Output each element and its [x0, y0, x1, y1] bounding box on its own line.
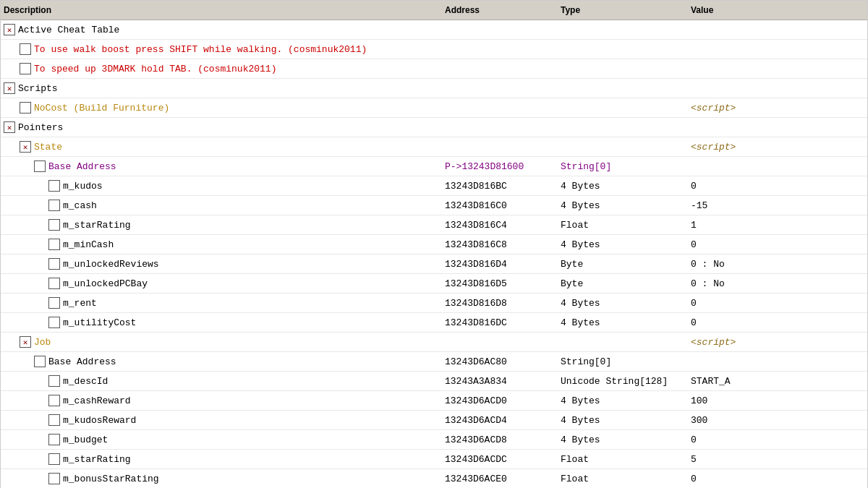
table-row[interactable]: Job<script>: [1, 333, 867, 352]
checkbox-active-cheat-table[interactable]: [4, 24, 15, 35]
addr-m-cash-reward: 13243D6ACD0: [445, 395, 561, 406]
table-row[interactable]: To speed up 3DMARK hold TAB. (cosminuk20…: [1, 59, 867, 79]
value-m-star-rating: 1: [691, 220, 864, 231]
table-row[interactable]: NoCost (Build Furniture)<script>: [1, 98, 867, 118]
checkbox-m-kudos[interactable]: [48, 180, 60, 192]
value-m-min-cash: 0: [691, 239, 864, 250]
table-row[interactable]: m_kudosReward13243D6ACD44 Bytes300: [1, 411, 867, 430]
table-row[interactable]: m_cashReward13243D6ACD04 Bytes100: [1, 391, 867, 411]
label-m-unlocked-reviews: m_unlockedReviews: [63, 259, 159, 270]
checkbox-m-unlocked-reviews[interactable]: [48, 258, 60, 270]
table-row[interactable]: Active Cheat Table: [1, 20, 867, 40]
value-m-budget: 0: [691, 435, 864, 445]
type-m-desc-id: Unicode String[128]: [561, 376, 691, 387]
checkbox-pointers[interactable]: [4, 121, 15, 133]
checkbox-m-bonus-star-rating[interactable]: [48, 473, 60, 484]
table-row[interactable]: m_kudos13243D816BC4 Bytes0: [1, 176, 867, 196]
table-row[interactable]: Base Address13243D6AC80String[0]: [1, 352, 867, 372]
table-row[interactable]: m_minCash13243D816C84 Bytes0: [1, 235, 867, 254]
label-m-cash: m_cash: [63, 200, 97, 211]
label-m-kudos: m_kudos: [63, 181, 103, 192]
addr-m-unlocked-pcbay: 13243D816D5: [445, 278, 561, 289]
addr-m-rent: 13243D816D8: [445, 298, 561, 309]
table-row[interactable]: m_descId13243A3A834Unicode String[128]ST…: [1, 372, 867, 391]
table-row[interactable]: m_unlockedPCBay13243D816D5Byte0 : No: [1, 274, 867, 294]
col-name-m-kudos: m_kudos: [4, 180, 445, 192]
table-row[interactable]: m_rent13243D816D84 Bytes0: [1, 294, 867, 313]
addr-m-budget: 13243D6ACD8: [445, 435, 561, 445]
label-m-rent: m_rent: [63, 298, 97, 309]
col-name-job: Job: [4, 336, 445, 348]
addr-m-utility-cost: 13243D816DC: [445, 317, 561, 328]
table-row[interactable]: To use walk boost press SHIFT while walk…: [1, 40, 867, 59]
col-name-no-cost: NoCost (Build Furniture): [4, 102, 445, 114]
label-speed-up-3dmark: To speed up 3DMARK hold TAB. (cosminuk20…: [34, 64, 276, 74]
label-no-cost: NoCost (Build Furniture): [34, 103, 169, 114]
table-row[interactable]: m_cash13243D816C04 Bytes-15: [1, 196, 867, 215]
table-row[interactable]: m_budget13243D6ACD84 Bytes0: [1, 430, 867, 450]
value-m-cash: -15: [691, 200, 864, 211]
checkbox-m-desc-id[interactable]: [48, 375, 60, 387]
checkbox-state-base-address[interactable]: [34, 160, 46, 172]
label-m-bonus-star-rating: m_bonusStarRating: [63, 474, 159, 484]
checkbox-no-cost[interactable]: [20, 102, 31, 114]
checkbox-m-min-cash[interactable]: [48, 239, 60, 250]
value-state: <script>: [691, 142, 864, 153]
checkbox-m-cash[interactable]: [48, 200, 60, 211]
col-name-m-cash: m_cash: [4, 200, 445, 211]
checkbox-m-budget[interactable]: [48, 434, 60, 445]
checkbox-m-star-rating-job[interactable]: [48, 453, 60, 465]
table-row[interactable]: Pointers: [1, 118, 867, 137]
checkbox-m-kudos-reward[interactable]: [48, 414, 60, 426]
type-m-rent: 4 Bytes: [561, 298, 691, 309]
col-name-scripts: Scripts: [4, 82, 445, 94]
label-pointers: Pointers: [18, 122, 63, 133]
label-m-kudos-reward: m_kudosReward: [63, 415, 136, 426]
type-m-unlocked-pcbay: Byte: [561, 278, 691, 289]
addr-m-kudos: 13243D816BC: [445, 181, 561, 192]
value-no-cost: <script>: [691, 103, 864, 114]
col-name-active-cheat-table: Active Cheat Table: [4, 24, 445, 35]
table-row[interactable]: m_utilityCost13243D816DC4 Bytes0: [1, 313, 867, 333]
checkbox-speed-up-3dmark[interactable]: [20, 63, 31, 74]
script-tag-job: <script>: [691, 337, 736, 348]
table-row[interactable]: m_bonusStarRating13243D6ACE0Float0: [1, 469, 867, 488]
checkbox-m-unlocked-pcbay[interactable]: [48, 278, 60, 289]
checkbox-m-star-rating[interactable]: [48, 219, 60, 231]
checkbox-job-base-address[interactable]: [34, 356, 46, 367]
addr-m-unlocked-reviews: 13243D816D4: [445, 259, 561, 270]
value-m-kudos-reward: 300: [691, 415, 864, 426]
type-m-bonus-star-rating: Float: [561, 474, 691, 484]
col-name-m-star-rating-job: m_starRating: [4, 453, 445, 465]
type-m-cash-reward: 4 Bytes: [561, 395, 691, 406]
checkbox-job[interactable]: [20, 336, 31, 348]
table-row[interactable]: State<script>: [1, 137, 867, 157]
col-name-m-star-rating: m_starRating: [4, 219, 445, 231]
table-row[interactable]: m_starRating13243D6ACDCFloat5: [1, 450, 867, 469]
table-row[interactable]: Scripts: [1, 79, 867, 98]
checkbox-state[interactable]: [20, 141, 31, 153]
label-job: Job: [34, 337, 51, 348]
label-m-desc-id: m_descId: [63, 376, 108, 387]
script-tag-state: <script>: [691, 142, 736, 153]
col-name-m-unlocked-reviews: m_unlockedReviews: [4, 258, 445, 270]
checkbox-scripts[interactable]: [4, 82, 15, 94]
type-m-cash: 4 Bytes: [561, 200, 691, 211]
checkbox-m-cash-reward[interactable]: [48, 395, 60, 406]
type-m-utility-cost: 4 Bytes: [561, 317, 691, 328]
label-m-star-rating-job: m_starRating: [63, 454, 131, 465]
table-row[interactable]: Base AddressP->13243D81600String[0]: [1, 157, 867, 176]
type-job-base-address: String[0]: [561, 356, 691, 367]
table-row[interactable]: m_starRating13243D816C4Float1: [1, 215, 867, 235]
type-state-base-address: String[0]: [561, 161, 691, 172]
checkbox-walk-boost[interactable]: [20, 43, 31, 55]
label-active-cheat-table: Active Cheat Table: [18, 25, 119, 35]
header-type: Type: [561, 5, 691, 15]
table-row[interactable]: m_unlockedReviews13243D816D4Byte0 : No: [1, 254, 867, 274]
col-name-m-kudos-reward: m_kudosReward: [4, 414, 445, 426]
col-name-m-bonus-star-rating: m_bonusStarRating: [4, 473, 445, 484]
checkbox-m-utility-cost[interactable]: [48, 317, 60, 328]
checkbox-m-rent[interactable]: [48, 297, 60, 309]
col-name-m-utility-cost: m_utilityCost: [4, 317, 445, 328]
label-state-base-address: Base Address: [48, 161, 116, 172]
